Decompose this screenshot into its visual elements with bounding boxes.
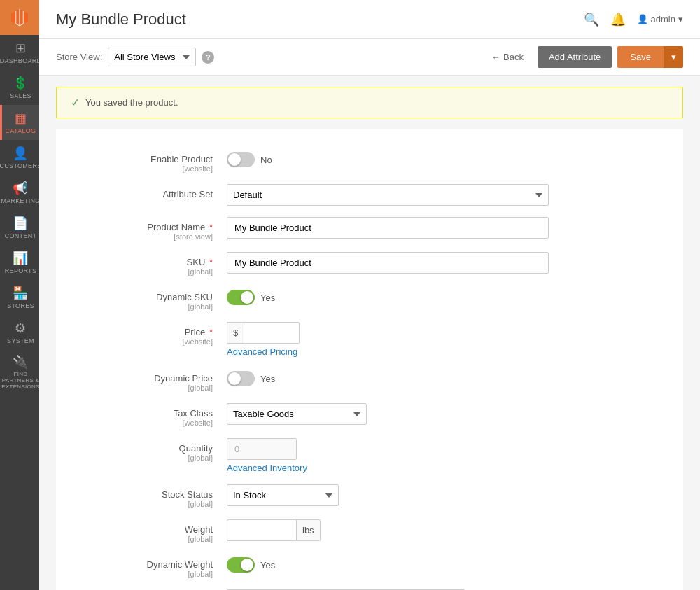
enable-product-scope: [website] bbox=[73, 164, 213, 173]
product-name-input[interactable] bbox=[227, 217, 549, 239]
field-stock-status: Stock Status [global] In Stock Out of St… bbox=[56, 479, 683, 514]
save-group: Save ▾ bbox=[617, 46, 683, 68]
notification-icon[interactable]: 🔔 bbox=[610, 12, 626, 27]
stores-icon: 🏪 bbox=[13, 286, 28, 301]
extensions-icon: 🔌 bbox=[13, 354, 28, 370]
advanced-pricing-link[interactable]: Advanced Pricing bbox=[227, 346, 549, 357]
stock-status-scope: [global] bbox=[73, 500, 213, 508]
weight-scope: [global] bbox=[73, 535, 213, 543]
admin-icon: 👤 bbox=[637, 14, 648, 24]
dynamic-weight-scope: [global] bbox=[73, 570, 213, 578]
field-categories: Categories [global] Select... New Catego… bbox=[56, 584, 683, 590]
sidebar-item-label: SYSTEM bbox=[7, 337, 34, 344]
customers-icon: 👤 bbox=[13, 146, 28, 161]
dynamic-sku-toggle[interactable] bbox=[227, 290, 255, 305]
quantity-label: Quantity bbox=[179, 443, 213, 454]
sidebar-item-content[interactable]: 📄 CONTENT bbox=[0, 210, 39, 245]
catalog-icon: ▦ bbox=[15, 111, 27, 126]
dynamic-sku-scope: [global] bbox=[73, 302, 213, 311]
field-sku: SKU * [global] bbox=[56, 246, 683, 281]
sidebar-logo bbox=[0, 0, 39, 35]
content-area: ✓ You saved the product. Enable Product … bbox=[39, 76, 700, 590]
stock-status-label: Stock Status bbox=[162, 489, 213, 500]
store-view-label: Store View: bbox=[56, 52, 102, 62]
dynamic-price-scope: [global] bbox=[73, 384, 213, 392]
dynamic-price-toggle[interactable] bbox=[227, 371, 255, 386]
back-label: Back bbox=[503, 52, 524, 62]
sidebar-item-reports[interactable]: 📊 REPORTS bbox=[0, 245, 39, 280]
admin-menu[interactable]: 👤 admin ▾ bbox=[637, 14, 683, 24]
dynamic-sku-label: Dynamic SKU bbox=[156, 292, 213, 302]
attribute-set-label: Attribute Set bbox=[162, 189, 213, 199]
dashboard-icon: ⊞ bbox=[15, 41, 26, 56]
dynamic-sku-toggle-label: Yes bbox=[260, 293, 275, 303]
sidebar-item-label: CONTENT bbox=[5, 232, 37, 239]
enable-product-toggle-label: No bbox=[260, 155, 272, 165]
dynamic-weight-toggle-label: Yes bbox=[260, 560, 275, 570]
search-icon[interactable]: 🔍 bbox=[584, 12, 599, 27]
enable-product-label: Enable Product bbox=[150, 154, 213, 164]
sidebar-item-label: MARKETING bbox=[1, 197, 39, 204]
sidebar-item-label: FIND PARTNERS & EXTENSIONS bbox=[1, 371, 39, 390]
dynamic-price-toggle-label: Yes bbox=[260, 374, 275, 384]
dynamic-price-label: Dynamic Price bbox=[154, 373, 213, 384]
field-product-name: Product Name * [store view] bbox=[56, 211, 683, 246]
help-icon[interactable]: ? bbox=[202, 51, 214, 64]
back-button[interactable]: ← Back bbox=[483, 48, 532, 66]
stock-status-select[interactable]: In Stock Out of Stock bbox=[227, 484, 339, 506]
sidebar-item-label: REPORTS bbox=[5, 267, 36, 274]
add-attribute-button[interactable]: Add Attribute bbox=[538, 46, 612, 68]
sidebar-item-stores[interactable]: 🏪 STORES bbox=[0, 280, 39, 315]
tax-class-label: Tax Class bbox=[174, 408, 213, 419]
back-arrow-icon: ← bbox=[491, 52, 500, 62]
sales-icon: 💲 bbox=[13, 76, 28, 91]
field-quantity: Quantity [global] Advanced Inventory bbox=[56, 433, 683, 479]
success-message: ✓ You saved the product. bbox=[56, 87, 683, 118]
price-input[interactable] bbox=[244, 322, 300, 344]
sidebar-item-label: SALES bbox=[10, 92, 31, 99]
product-name-scope: [store view] bbox=[73, 232, 213, 241]
reports-icon: 📊 bbox=[13, 251, 28, 266]
tax-class-scope: [website] bbox=[73, 419, 213, 427]
dynamic-weight-toggle[interactable] bbox=[227, 557, 255, 573]
sku-input[interactable] bbox=[227, 252, 549, 274]
field-dynamic-price: Dynamic Price [global] Yes bbox=[56, 363, 683, 398]
sidebar-item-label: DASHBOARD bbox=[0, 57, 39, 64]
sidebar-item-label: CATALOG bbox=[6, 127, 36, 134]
tax-class-select[interactable]: Taxable Goods bbox=[227, 403, 367, 425]
attribute-set-select[interactable]: Default bbox=[227, 184, 549, 206]
field-attribute-set: Attribute Set Default bbox=[56, 178, 683, 211]
weight-unit: lbs bbox=[297, 519, 321, 541]
sidebar-item-label: CUSTOMERS bbox=[0, 162, 39, 169]
sidebar-item-sales[interactable]: 💲 SALES bbox=[0, 70, 39, 105]
sidebar-item-system[interactable]: ⚙ SYSTEM bbox=[0, 315, 39, 350]
save-button[interactable]: Save bbox=[617, 46, 664, 68]
store-view-select[interactable]: All Store Views bbox=[108, 48, 196, 66]
toolbar-right: ← Back Add Attribute Save ▾ bbox=[483, 46, 683, 68]
quantity-scope: [global] bbox=[73, 454, 213, 462]
sidebar-item-marketing[interactable]: 📢 MARKETING bbox=[0, 175, 39, 210]
quantity-input[interactable] bbox=[227, 438, 297, 460]
page-title: My Bundle Product bbox=[56, 10, 186, 29]
advanced-inventory-link[interactable]: Advanced Inventory bbox=[227, 463, 367, 473]
field-price: Price * [website] $ Advanced Pricing bbox=[56, 316, 683, 363]
sidebar-item-customers[interactable]: 👤 CUSTOMERS bbox=[0, 140, 39, 175]
price-currency-symbol: $ bbox=[227, 322, 244, 344]
header-actions: 🔍 🔔 👤 admin ▾ bbox=[584, 12, 683, 27]
weight-input[interactable] bbox=[227, 519, 297, 541]
weight-label: Weight bbox=[185, 524, 213, 535]
sidebar-item-extensions[interactable]: 🔌 FIND PARTNERS & EXTENSIONS bbox=[0, 350, 39, 394]
sidebar-item-label: STORES bbox=[7, 302, 34, 309]
toolbar: Store View: All Store Views ? ← Back Add… bbox=[39, 39, 700, 76]
field-dynamic-sku: Dynamic SKU [global] Yes bbox=[56, 281, 683, 316]
sidebar-item-dashboard[interactable]: ⊞ DASHBOARD bbox=[0, 35, 39, 70]
sku-required: * bbox=[209, 257, 213, 267]
dynamic-weight-label: Dynamic Weight bbox=[147, 559, 213, 570]
enable-product-toggle[interactable] bbox=[227, 152, 255, 167]
field-dynamic-weight: Dynamic Weight [global] Yes bbox=[56, 549, 683, 584]
sidebar-item-catalog[interactable]: ▦ CATALOG bbox=[0, 105, 39, 140]
save-dropdown-button[interactable]: ▾ bbox=[664, 46, 683, 68]
success-text: You saved the product. bbox=[85, 97, 178, 108]
chevron-down-icon: ▾ bbox=[671, 52, 676, 62]
content-icon: 📄 bbox=[13, 216, 28, 231]
